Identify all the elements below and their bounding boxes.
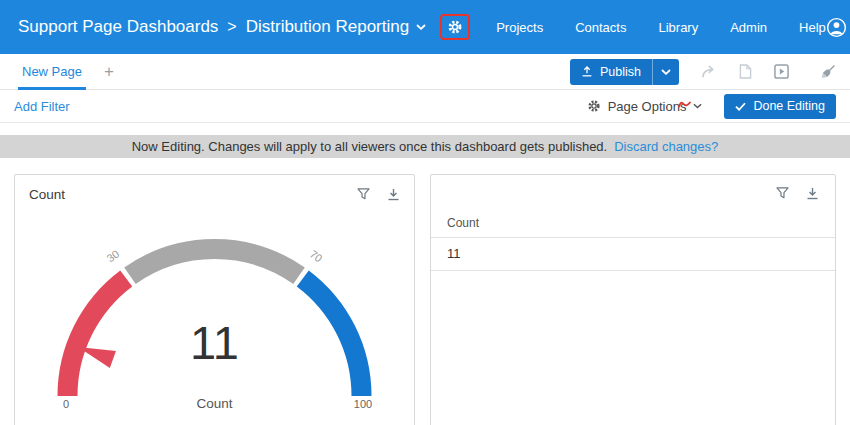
filter-bar: Add Filter Page Options Done Editing [0,90,850,123]
gauge-max-label: 100 [354,398,372,410]
gauge-chart: 3070 11 Count 0 100 [29,208,400,425]
table-row[interactable]: 11 [431,238,835,271]
slideshow-icon[interactable] [774,64,789,79]
svg-text:70: 70 [308,248,325,265]
page-dropdown-chevron-icon[interactable] [416,24,426,30]
notice-text: Now Editing. Changes will apply to all v… [132,139,608,154]
redo-icon[interactable] [701,65,717,79]
clear-formatting-broom-icon[interactable] [821,64,836,79]
done-editing-label: Done Editing [753,99,825,113]
editing-notice-banner: Now Editing. Changes will apply to all v… [0,135,850,158]
publish-dropdown-button[interactable] [652,59,679,85]
tab-new-page[interactable]: New Page [14,54,90,90]
page-options-button[interactable]: Page Options [608,99,687,114]
breadcrumb-separator: > [227,18,236,36]
account-icon[interactable] [826,17,847,38]
breadcrumb-page[interactable]: Distribution Reporting [246,17,409,37]
check-icon [735,102,746,111]
breadcrumb-root[interactable]: Support Page Dashboards [18,17,218,37]
settings-gear-icon[interactable] [447,19,463,35]
nav-item-contacts[interactable]: Contacts [575,20,626,35]
dashboard-canvas: Count 3070 11 Count 0 100 [0,158,850,425]
download-icon[interactable] [806,187,819,200]
nav-item-projects[interactable]: Projects [496,20,543,35]
discard-changes-link[interactable]: Discard changes? [614,139,718,154]
app-header: Support Page Dashboards > Distribution R… [0,0,850,54]
nav-item-help[interactable]: Help [799,20,826,35]
tab-new-page-label: New Page [22,64,82,79]
svg-text:30: 30 [104,248,121,265]
filter-actions: Page Options Done Editing [587,94,836,119]
gauge-min-label: 0 [63,398,69,410]
add-filter-link[interactable]: Add Filter [14,99,70,114]
download-icon[interactable] [387,188,400,201]
page-tab-bar: New Page + Publish [0,54,850,90]
filter-funnel-icon[interactable] [357,188,370,201]
gauge-widget: Count 3070 11 Count 0 100 [14,174,415,425]
settings-annotation-box [440,14,470,40]
nav-item-library[interactable]: Library [658,20,698,35]
gauge-widget-title: Count [29,187,65,202]
top-navigation: Projects Contacts Library Admin Help [496,20,826,35]
document-icon[interactable] [739,64,752,79]
red-scribble-annotation [678,97,691,112]
gauge-center-label: Count [196,396,232,411]
gauge-value: 11 [190,316,239,369]
page-options-chevron-icon[interactable] [693,103,702,109]
table-widget: Count 11 [430,174,836,425]
add-page-button[interactable]: + [104,62,114,82]
publish-button-label: Publish [600,65,641,79]
done-editing-button[interactable]: Done Editing [724,94,836,119]
page-options-label: Page Options [608,99,687,114]
upload-icon [581,66,593,77]
page-options-gear-icon[interactable] [587,99,601,113]
filter-funnel-icon[interactable] [776,187,789,200]
nav-item-admin[interactable]: Admin [730,20,767,35]
publish-button[interactable]: Publish [570,59,652,85]
tab-actions: Publish [570,59,836,85]
table-column-header: Count [431,210,835,238]
